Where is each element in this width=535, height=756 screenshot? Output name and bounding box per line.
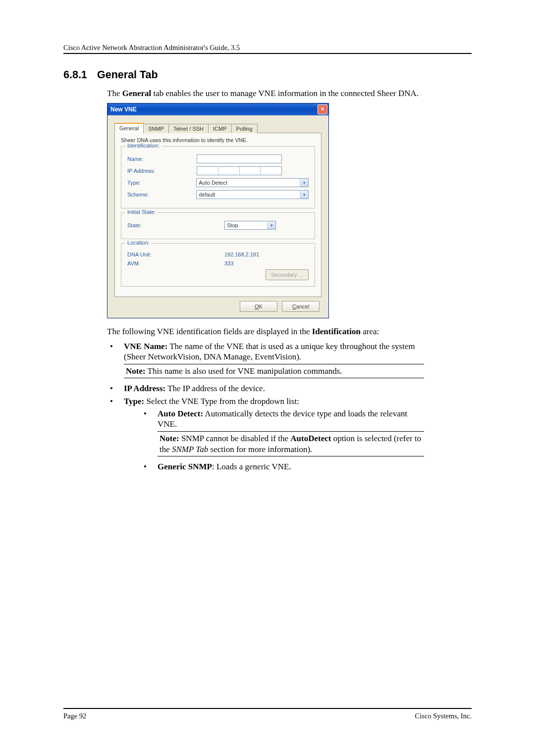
- scheme-dropdown[interactable]: default ▾: [196, 190, 309, 199]
- section-number: 6.8.1: [63, 69, 97, 81]
- section-heading: 6.8.1General Tab: [63, 69, 472, 81]
- tabs: General SNMP Telnet / SSH ICMP Polling: [114, 122, 321, 133]
- location-legend: Location:: [125, 240, 152, 246]
- chevron-down-icon[interactable]: ▾: [300, 179, 308, 187]
- state-dropdown[interactable]: Stop ▾: [224, 221, 276, 230]
- identification-legend: Identification:: [125, 143, 161, 149]
- bullet-icon: •: [107, 396, 124, 474]
- scheme-label: Scheme:: [127, 192, 196, 198]
- page-footer: Page 92 Cisco Systems, Inc.: [63, 712, 472, 720]
- section-title: General Tab: [97, 69, 158, 81]
- tab-panel: Sheer DNA uses this information to ident…: [114, 133, 321, 297]
- bullet-icon: •: [107, 383, 124, 394]
- dna-unit-label: DNA Unit:: [127, 252, 197, 257]
- tab-general[interactable]: General: [114, 123, 144, 133]
- type-label: Type:: [127, 180, 196, 186]
- tab-snmp[interactable]: SNMP: [143, 124, 169, 133]
- state-value: Stop: [225, 222, 267, 228]
- list-item: • Type: Select the VNE Type from the dro…: [107, 396, 424, 474]
- dialog-titlebar[interactable]: New VNE ×: [107, 103, 328, 115]
- intro-paragraph: The General tab enables the user to mana…: [107, 88, 424, 99]
- identification-fieldset: Identification: Name: IP Address:: [121, 146, 315, 208]
- initial-state-fieldset: Initial State: State: Stop ▾: [121, 212, 315, 239]
- list-item: • Generic SNMP: Loads a generic VNE.: [141, 461, 424, 472]
- scheme-value: default: [197, 192, 300, 198]
- list-item: • VNE Name: The name of the VNE that is …: [107, 341, 424, 382]
- ok-button[interactable]: OK: [240, 301, 277, 312]
- running-header: Cisco Active Network Abstraction Adminis…: [63, 44, 472, 52]
- page-number: Page 92: [63, 712, 86, 720]
- location-fieldset: Location: DNA Unit: 192.168.2.181 AVM: 3…: [121, 243, 315, 287]
- tab-icmp[interactable]: ICMP: [208, 124, 232, 133]
- secondary-button[interactable]: Secondary ...: [266, 269, 309, 280]
- type-dropdown[interactable]: Auto Detect ▾: [196, 178, 309, 187]
- initial-state-legend: Initial State:: [125, 209, 158, 215]
- chevron-down-icon[interactable]: ▾: [267, 221, 275, 229]
- lead-paragraph: The following VNE identification fields …: [107, 326, 424, 337]
- note-box: Note: SNMP cannot be disabled if the Aut…: [158, 431, 424, 456]
- note-box: Note: This name is also used for VNE man…: [124, 364, 424, 378]
- dialog-title: New VNE: [110, 106, 137, 113]
- bullet-icon: •: [141, 408, 158, 459]
- tab-telnet-ssh[interactable]: Telnet / SSH: [168, 124, 209, 133]
- cancel-button[interactable]: Cancel: [282, 301, 320, 312]
- dialog-footer: OK Cancel: [114, 297, 321, 313]
- bullet-icon: •: [107, 341, 124, 382]
- name-input[interactable]: [197, 154, 282, 163]
- ip-address-input[interactable]: [197, 166, 282, 175]
- bullet-icon: •: [141, 461, 158, 472]
- close-icon[interactable]: ×: [318, 104, 327, 114]
- chevron-down-icon[interactable]: ▾: [300, 191, 308, 199]
- new-vne-dialog: New VNE × General SNMP Telnet / SSH ICMP…: [107, 103, 329, 318]
- state-label: State:: [127, 222, 197, 228]
- list-item: • IP Address: The IP address of the devi…: [107, 383, 424, 394]
- footer-right: Cisco Systems, Inc.: [415, 712, 472, 720]
- header-rule: [63, 53, 472, 54]
- type-value: Auto Detect: [197, 180, 300, 186]
- list-item: • Auto Detect: Automatically detects the…: [141, 408, 424, 459]
- footer-rule: [63, 708, 472, 709]
- name-label: Name:: [127, 156, 197, 162]
- avm-value: 333: [224, 260, 233, 266]
- ip-label: IP Address:: [127, 168, 197, 174]
- avm-label: AVM:: [127, 260, 197, 266]
- dna-unit-value: 192.168.2.181: [224, 252, 259, 257]
- tab-polling[interactable]: Polling: [231, 124, 258, 133]
